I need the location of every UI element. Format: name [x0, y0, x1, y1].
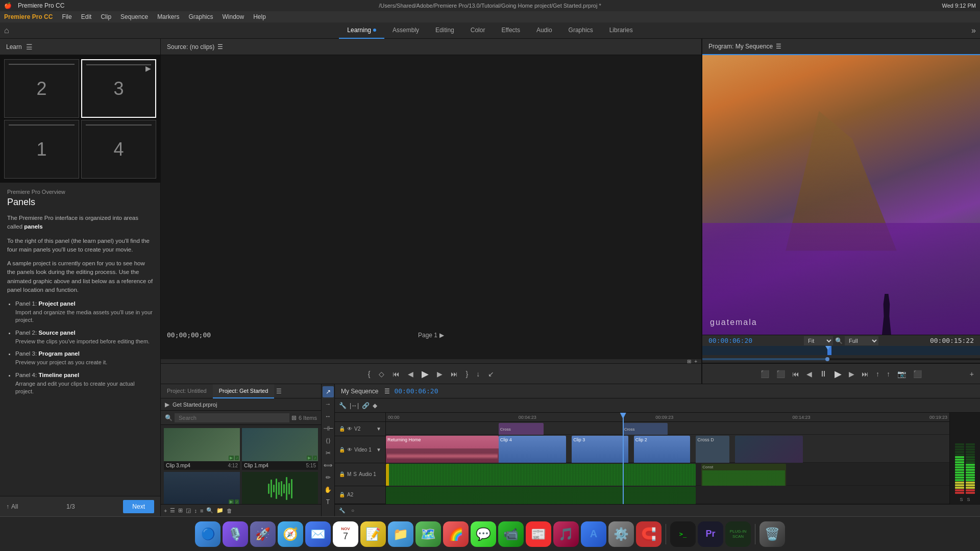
clip-clip4[interactable]: Clip 4 [499, 436, 566, 464]
search-input[interactable] [175, 413, 289, 422]
prog-ctrl-camera[interactable]: 📷 [895, 369, 908, 379]
dock-premiere[interactable]: Pr [698, 521, 723, 547]
track-collapse-v2[interactable]: ▼ [376, 426, 381, 432]
tool-selection[interactable]: ↗ [323, 386, 334, 397]
tab-assembly[interactable]: Assembly [384, 22, 427, 39]
dock-trash[interactable]: 🗑️ [760, 521, 785, 547]
dock-music[interactable]: 🎵 [553, 521, 579, 547]
tab-learning[interactable]: Learning [339, 22, 384, 39]
track-solo-a1[interactable]: S [353, 471, 357, 477]
tl-tool-wrench[interactable]: 🔧 [339, 402, 347, 409]
audio-clip-const[interactable]: Const [701, 464, 786, 487]
all-button[interactable]: ↑ All [6, 503, 18, 510]
tl-tool-link[interactable]: 🔗 [362, 402, 370, 409]
list-view-button[interactable]: ☰ [170, 507, 175, 514]
dock-facetime[interactable]: 📹 [498, 521, 524, 547]
tab-editing[interactable]: Editing [427, 22, 462, 39]
menu-edit[interactable]: Edit [77, 12, 96, 21]
tl-tool-add-edit[interactable]: ◆ [373, 402, 377, 409]
timeline-panel-menu-icon[interactable]: ☰ [384, 388, 390, 395]
media-item-clip1[interactable]: ▶ ♪ Clip 1.mp4 5:15 [242, 428, 318, 470]
source-play-button[interactable]: ▶ [420, 366, 431, 382]
fit-selector[interactable]: Fit 25% 50% 100% [804, 336, 833, 345]
tab-project-get-started[interactable]: Project: Get Started [213, 384, 275, 398]
source-ctrl-step-fwd[interactable]: ⏭ [449, 368, 460, 380]
menu-sequence[interactable]: Sequence [116, 12, 152, 21]
prog-play-button[interactable]: ▶ [832, 367, 844, 381]
dock-siri[interactable]: 🎙️ [223, 521, 248, 547]
prog-ctrl-extract[interactable]: ↑ [885, 369, 892, 379]
tab-audio[interactable]: Audio [528, 22, 560, 39]
new-bin-button[interactable]: + [164, 508, 167, 514]
audio-clip-main[interactable] [386, 464, 696, 487]
track-mute-a1[interactable]: M [347, 471, 351, 477]
tl-footer-btn-wrench[interactable]: 🔧 [339, 508, 345, 513]
icon-view-button[interactable]: ⊞ [178, 507, 183, 514]
quality-selector[interactable]: Full Half Quarter [845, 336, 878, 345]
source-ctrl-overwrite[interactable]: ↙ [486, 368, 496, 380]
learn-panel-menu-icon[interactable]: ☰ [26, 43, 33, 51]
tab-effects[interactable]: Effects [493, 22, 528, 39]
dock-mail[interactable]: ✉️ [305, 521, 331, 547]
tab-graphics[interactable]: Graphics [560, 22, 601, 39]
tutorial-thumb-3[interactable]: 3 ▶ [81, 59, 156, 118]
dock-appstore[interactable]: A [581, 521, 606, 547]
tool-rolling-edit[interactable]: ⊣⊢ [323, 423, 334, 434]
dock-prefs[interactable]: ⚙️ [608, 521, 634, 547]
menu-clip[interactable]: Clip [96, 12, 115, 21]
track-visibility-v2[interactable]: 👁 [347, 426, 352, 432]
dock-calendar[interactable]: NOV 7 [333, 521, 358, 547]
source-panel-menu-icon[interactable]: ☰ [217, 43, 223, 51]
track-lock-a1[interactable]: 🔒 [339, 471, 345, 477]
tl-footer-zoom[interactable]: ○ [351, 508, 354, 513]
dock-photos[interactable]: 🌈 [443, 521, 469, 547]
program-panel-menu-icon[interactable]: ☰ [776, 43, 781, 50]
tool-razor[interactable]: ✂ [323, 447, 334, 459]
search-filter-icon[interactable]: ⊞ [291, 414, 297, 421]
app-name-menu[interactable]: Premiere Pro CC [18, 2, 64, 9]
dock-news[interactable]: 📰 [526, 521, 551, 547]
dock-plugin[interactable]: PLUG-INSCAN [725, 521, 751, 547]
prog-ctrl-mark-in[interactable]: ⬛ [758, 369, 771, 379]
project-tab-menu-icon[interactable]: ☰ [276, 388, 282, 395]
tab-color[interactable]: Color [462, 22, 494, 39]
prog-ctrl-prev-edit[interactable]: ⏮ [790, 369, 801, 379]
more-workspaces-button[interactable]: » [971, 26, 976, 35]
next-button[interactable]: Next [123, 500, 154, 513]
media-item-clip3[interactable]: ▶ ♪ Clip 3.mp4 4:12 [164, 428, 240, 470]
source-ctrl-fwd[interactable]: ▶ [435, 368, 445, 380]
tab-libraries[interactable]: Libraries [601, 22, 641, 39]
tutorial-thumb-1[interactable]: 1 [4, 120, 79, 179]
source-ctrl-insert[interactable]: ↓ [474, 368, 482, 380]
home-button[interactable]: ⌂ [4, 26, 9, 35]
metadata-button[interactable]: ≡ [200, 508, 203, 514]
source-ctrl-step-back[interactable]: ⏮ [390, 368, 402, 380]
media-item-music[interactable]: Music 1:05:10909 [242, 472, 318, 504]
track-lock-v2[interactable]: 🔒 [339, 426, 345, 432]
freeform-view-button[interactable]: ◲ [186, 507, 191, 514]
tab-project-untitled[interactable]: Project: Untitled [161, 384, 213, 398]
source-ctrl-mark[interactable]: ◇ [377, 368, 386, 380]
menu-help[interactable]: Help [249, 12, 270, 21]
track-lock-a2[interactable]: 🔒 [339, 492, 345, 497]
dock-files[interactable]: 📁 [388, 521, 413, 547]
clip-clip3[interactable]: Clip 3 [572, 436, 628, 464]
program-scrubber[interactable] [702, 346, 980, 355]
delete-button[interactable]: 🗑 [227, 508, 232, 514]
search-proj-button[interactable]: 🔍 [206, 507, 213, 514]
source-ctrl-out[interactable]: } [464, 368, 471, 380]
tool-rate-stretch[interactable]: ⟨⟩ [323, 435, 334, 446]
menu-window[interactable]: Window [218, 12, 249, 21]
clip-returning-home[interactable]: Returning Home [386, 436, 499, 464]
clip-end[interactable] [735, 436, 802, 464]
dock-magnet[interactable]: 🧲 [636, 521, 662, 547]
dock-maps[interactable]: 🗺️ [415, 521, 441, 547]
prog-ctrl-step-back[interactable]: ◀ [804, 369, 814, 379]
tl-tool-snap[interactable]: |↔| [350, 402, 359, 409]
apple-icon[interactable]: 🍎 [4, 2, 12, 9]
clip-crossd[interactable]: Cross D [696, 436, 729, 464]
sort-button[interactable]: ↕ [194, 508, 197, 514]
dock-notes[interactable]: 📝 [360, 521, 386, 547]
prog-ctrl-next-edit[interactable]: ⏭ [860, 369, 871, 379]
prog-ctrl-export[interactable]: ⬛ [911, 369, 924, 379]
